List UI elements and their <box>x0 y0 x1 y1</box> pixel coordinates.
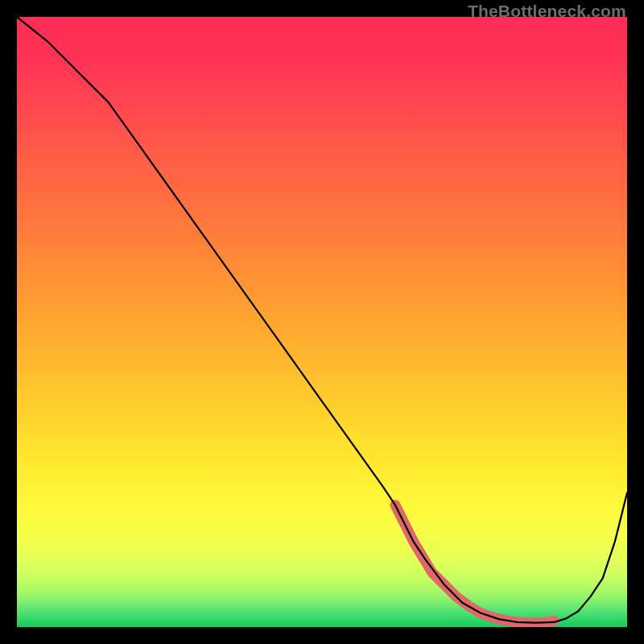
main-curve <box>17 17 627 623</box>
plot-area <box>17 17 627 627</box>
near-zero-band <box>395 505 559 625</box>
curve-layer <box>17 17 627 627</box>
chart-stage: TheBottleneck.com <box>0 0 644 644</box>
